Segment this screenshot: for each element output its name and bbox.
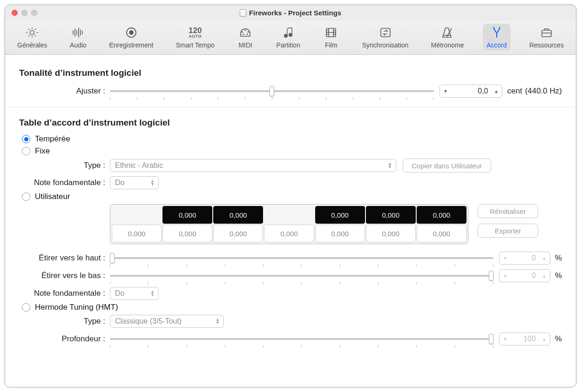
stepper-down-icon[interactable]: ▾: [440, 88, 451, 94]
divider: [5, 107, 576, 107]
chevron-updown-icon: ▲▼: [148, 290, 155, 297]
stretch-down-value[interactable]: 0: [511, 272, 539, 280]
tab-movie[interactable]: Film: [319, 24, 343, 51]
slider-thumb[interactable]: [270, 86, 274, 96]
window-title: Fireworks - Project Settings: [5, 9, 576, 17]
depth-value[interactable]: 100: [511, 335, 539, 343]
fixed-type-select[interactable]: Ethnic - Arabic ▲▼: [110, 159, 396, 172]
close-window-button[interactable]: [12, 10, 18, 16]
depth-stepper[interactable]: ▾ 100 ▴: [499, 332, 550, 345]
depth-label: Profondeur :: [19, 334, 110, 344]
chevron-updown-icon: ▲▼: [148, 179, 155, 186]
stepper-up-icon[interactable]: ▴: [539, 255, 550, 261]
option-hmt-label: Hermode Tuning (HMT): [35, 303, 118, 312]
hz-label: (440.0 Hz): [525, 86, 562, 96]
titlebar: Fireworks - Project Settings: [5, 5, 576, 21]
radio-hmt[interactable]: [22, 303, 30, 312]
user-tuning-keys: 0,000 0,0000,000 0,0000,000 0,000 0,0000…: [110, 204, 468, 244]
radio-fixed[interactable]: [22, 147, 30, 155]
stepper-up-icon[interactable]: ▴: [539, 336, 550, 342]
tab-label: Métronome: [431, 41, 464, 49]
option-fixed-label: Fixe: [35, 146, 50, 156]
black-key-ds[interactable]: 0,000: [213, 206, 263, 224]
waveform-icon: [70, 26, 87, 40]
option-hmt-row[interactable]: Hermode Tuning (HMT): [22, 303, 562, 312]
tune-stepper[interactable]: ▾ 0,0 ▴: [439, 85, 502, 98]
tab-audio[interactable]: Audio: [66, 24, 90, 51]
tab-label: Accord: [486, 41, 507, 49]
reset-button[interactable]: Réinitialiser: [478, 204, 538, 218]
stepper-down-icon[interactable]: ▾: [500, 336, 511, 342]
root-note-label: Note fondamentale :: [19, 178, 110, 187]
copy-to-user-button[interactable]: Copier dans Utilisateur: [403, 159, 491, 173]
option-fixed-row[interactable]: Fixe: [22, 146, 562, 156]
percent-label: %: [555, 271, 562, 280]
radio-tempered[interactable]: [22, 135, 30, 143]
tab-assets[interactable]: Ressources: [526, 24, 567, 51]
option-user-row[interactable]: Utilisateur: [22, 192, 562, 201]
minimize-window-button[interactable]: [21, 10, 27, 16]
white-key-b[interactable]: 0,000: [417, 225, 466, 242]
tab-smart-tempo[interactable]: 120 AUTO Smart Tempo: [172, 24, 218, 51]
tab-recording[interactable]: Enregistrement: [105, 24, 157, 51]
fixed-type-value: Ethnic - Arabic: [115, 161, 163, 170]
toolbar: Générales Audio Enregistrement 120 AUTO …: [5, 21, 576, 55]
tab-label: Générales: [17, 41, 47, 49]
stepper-up-icon[interactable]: ▴: [491, 88, 502, 94]
hmt-type-select[interactable]: Classique (3/5-Tout) ▲▼: [110, 315, 224, 328]
white-key-f[interactable]: 0,000: [264, 225, 314, 242]
tab-label: Audio: [70, 41, 87, 49]
option-user-label: Utilisateur: [35, 192, 70, 201]
tab-sync[interactable]: Synchronisation: [358, 24, 412, 51]
svg-point-12: [243, 34, 244, 35]
zoom-window-button[interactable]: [31, 10, 37, 16]
export-button[interactable]: Exporter: [478, 224, 538, 238]
stretch-up-value[interactable]: 0: [511, 254, 539, 262]
root-note2-value: Do: [115, 289, 124, 298]
option-tempered-label: Tempérée: [35, 134, 70, 144]
stepper-up-icon[interactable]: ▴: [539, 272, 550, 279]
root-note-select[interactable]: Do ▲▼: [110, 176, 159, 189]
notes-icon: [280, 26, 297, 40]
percent-label: %: [555, 334, 562, 344]
record-icon: [123, 26, 140, 40]
tune-slider[interactable]: [110, 86, 434, 96]
radio-user[interactable]: [22, 193, 30, 201]
depth-slider[interactable]: [110, 334, 493, 344]
stepper-down-icon[interactable]: ▾: [500, 255, 511, 261]
tab-tuning[interactable]: Accord: [483, 24, 511, 51]
window-controls: [5, 10, 37, 16]
svg-point-0: [30, 31, 34, 35]
tab-metronome[interactable]: Métronome: [427, 24, 468, 51]
white-key-c[interactable]: 0,000: [112, 225, 162, 242]
svg-point-10: [242, 32, 243, 33]
svg-rect-29: [542, 30, 551, 37]
white-key-d[interactable]: 0,000: [162, 225, 212, 242]
tab-midi[interactable]: MIDI: [233, 24, 257, 51]
stretch-up-stepper[interactable]: ▾ 0 ▴: [499, 252, 550, 265]
stretch-down-stepper[interactable]: ▾ 0 ▴: [499, 269, 550, 282]
root-note2-select[interactable]: Do ▲▼: [110, 287, 159, 300]
stretch-up-slider[interactable]: [110, 253, 493, 263]
option-tempered-row[interactable]: Tempérée: [22, 134, 562, 144]
black-key-fs[interactable]: 0,000: [315, 206, 365, 224]
black-key-as[interactable]: 0,000: [417, 206, 466, 224]
black-key-cs[interactable]: 0,000: [162, 206, 212, 224]
slider-thumb[interactable]: [489, 334, 493, 344]
white-key-g[interactable]: 0,000: [315, 225, 365, 242]
svg-point-9: [245, 30, 246, 31]
tuning-fork-icon: [488, 26, 505, 40]
stretch-down-slider[interactable]: [110, 271, 493, 281]
stepper-down-icon[interactable]: ▾: [500, 272, 511, 279]
tab-label: Ressources: [529, 41, 564, 49]
white-key-e[interactable]: 0,000: [213, 225, 263, 242]
metronome-icon: [439, 26, 456, 40]
tune-value[interactable]: 0,0: [451, 87, 491, 95]
tab-score[interactable]: Partition: [273, 24, 304, 51]
slider-thumb[interactable]: [110, 253, 115, 263]
black-key-gs[interactable]: 0,000: [366, 206, 416, 224]
tab-general[interactable]: Générales: [14, 24, 51, 51]
white-key-a[interactable]: 0,000: [366, 225, 416, 242]
slider-thumb[interactable]: [489, 271, 493, 281]
chevron-updown-icon: ▲▼: [213, 318, 220, 325]
